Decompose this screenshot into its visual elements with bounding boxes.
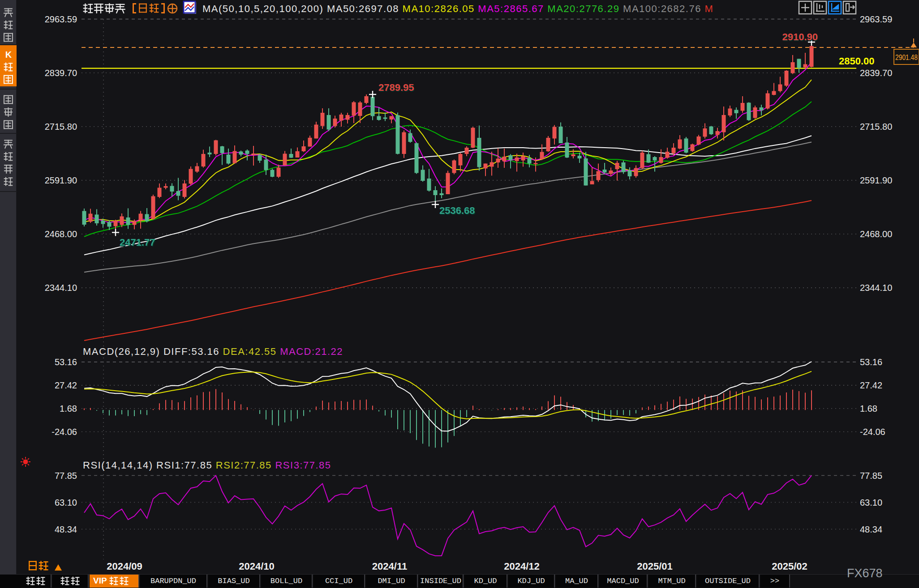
svg-text:-24.06: -24.06 xyxy=(52,427,77,437)
svg-text:2024/10: 2024/10 xyxy=(239,561,275,572)
svg-text:MACD(26,12,9) DIFF:53.16 DEA:: MACD(26,12,9) DIFF:53.16 DEA:42.55 MACD:… xyxy=(83,346,343,357)
svg-text:2468.00: 2468.00 xyxy=(860,229,892,239)
svg-text:2025/02: 2025/02 xyxy=(772,561,807,572)
svg-text:77.85: 77.85 xyxy=(55,471,77,481)
svg-text:-24.06: -24.06 xyxy=(860,427,885,437)
svg-text:2591.90: 2591.90 xyxy=(45,175,77,185)
svg-text:2963.59: 2963.59 xyxy=(860,14,892,24)
svg-text:77.85: 77.85 xyxy=(860,471,882,481)
svg-text:2850.00: 2850.00 xyxy=(839,55,875,67)
svg-text:1.68: 1.68 xyxy=(60,404,77,413)
svg-text:2963.59: 2963.59 xyxy=(45,14,77,24)
svg-text:63.10: 63.10 xyxy=(860,498,882,507)
svg-text:2024/11: 2024/11 xyxy=(372,561,407,572)
svg-text:48.34: 48.34 xyxy=(55,524,77,534)
svg-text:2344.10: 2344.10 xyxy=(860,283,892,293)
svg-text:2789.95: 2789.95 xyxy=(378,82,414,93)
svg-text:53.16: 53.16 xyxy=(55,357,77,367)
svg-text:2024/09: 2024/09 xyxy=(107,561,142,572)
svg-text:MA(50,10,5,20,100,200) MA50:26: MA(50,10,5,20,100,200) MA50:2697.08 MA10… xyxy=(202,3,713,14)
svg-text:2715.80: 2715.80 xyxy=(45,122,77,132)
svg-text:2839.70: 2839.70 xyxy=(860,68,892,78)
svg-text:48.34: 48.34 xyxy=(860,524,882,534)
svg-text:2839.70: 2839.70 xyxy=(45,68,77,78)
svg-text:27.42: 27.42 xyxy=(860,380,882,390)
svg-text:2025/01: 2025/01 xyxy=(637,561,673,572)
svg-text:63.10: 63.10 xyxy=(55,498,77,507)
svg-text:2715.80: 2715.80 xyxy=(860,122,892,132)
svg-text:53.16: 53.16 xyxy=(860,357,882,367)
svg-text:2468.00: 2468.00 xyxy=(45,229,77,239)
svg-text:2344.10: 2344.10 xyxy=(45,283,77,293)
svg-text:27.42: 27.42 xyxy=(55,380,77,390)
svg-text:2901.48: 2901.48 xyxy=(895,53,918,62)
svg-text:1.68: 1.68 xyxy=(860,404,877,413)
svg-text:2536.68: 2536.68 xyxy=(439,205,475,216)
svg-text:2591.90: 2591.90 xyxy=(860,175,892,185)
svg-text:RSI(14,14,14) RSI1:77.85 RSI2: RSI(14,14,14) RSI1:77.85 RSI2:77.85 RSI3… xyxy=(83,460,331,471)
svg-text:2910.90: 2910.90 xyxy=(782,31,818,43)
svg-text:2471.77: 2471.77 xyxy=(120,237,155,248)
svg-text:2024/12: 2024/12 xyxy=(504,561,540,572)
